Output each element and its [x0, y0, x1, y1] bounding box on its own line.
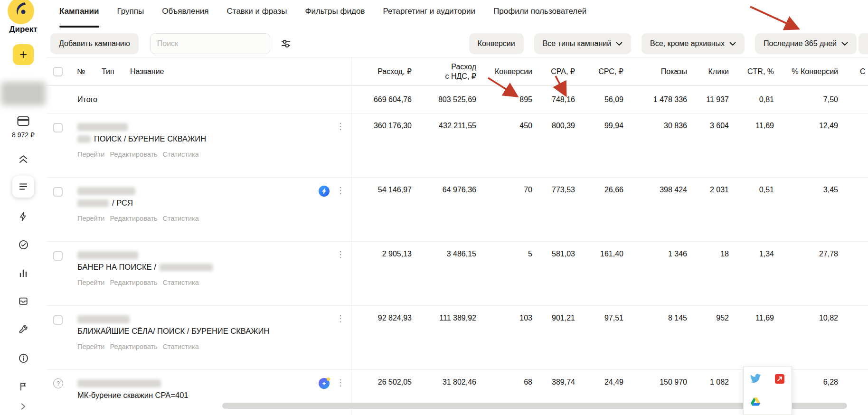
drive-icon[interactable] [751, 397, 760, 408]
bird-icon[interactable] [750, 374, 761, 385]
cell-impressions: 30 836 [624, 113, 688, 177]
balance-amount: 8 972 ₽ [0, 131, 47, 139]
campaign-name-link[interactable]: БЛИЖАЙШИЕ СЁЛА/ ПОИСК / БУРЕНИЕ СКВАЖИН [77, 327, 269, 336]
blurred-name-part [77, 199, 109, 207]
campaign-name-link[interactable]: / РСЯ [112, 198, 133, 208]
direct-logo-icon[interactable] [8, 0, 34, 24]
column-header-impressions[interactable]: Показы [624, 67, 688, 76]
column-header-cut[interactable]: С [839, 67, 868, 76]
info-icon[interactable] [17, 352, 29, 364]
tray-icon[interactable] [17, 295, 29, 307]
cell-ctr: 11,69 [730, 306, 775, 369]
go-link[interactable]: Перейти [77, 279, 104, 286]
cell-clicks: 3 604 [688, 113, 730, 177]
tab-campaigns[interactable]: Кампании [59, 7, 99, 30]
column-header-cpc[interactable]: CPC, ₽ [576, 67, 624, 76]
edit-link[interactable]: Редактировать [110, 215, 157, 222]
red-app-icon[interactable] [775, 374, 784, 384]
edit-link[interactable]: Редактировать [110, 151, 157, 158]
expand-chevron-icon[interactable] [17, 400, 29, 413]
row-menu-icon[interactable]: ⋮ [336, 186, 345, 195]
cell-cut [839, 178, 868, 241]
cut-off-button[interactable] [859, 33, 868, 54]
stats-link[interactable]: Статистика [163, 343, 199, 350]
column-header-cpa[interactable]: CPA, ₽ [533, 67, 576, 76]
tab-user-profiles[interactable]: Профили пользователей [493, 7, 586, 30]
question-circle-icon[interactable]: ? [53, 378, 63, 388]
go-link[interactable]: Перейти [77, 215, 104, 222]
stats-link[interactable]: Статистика [163, 279, 199, 286]
select-all-checkbox[interactable] [53, 67, 63, 76]
tab-feed-filters[interactable]: Фильтры фидов [305, 7, 365, 30]
edit-link[interactable]: Редактировать [110, 279, 157, 286]
edit-link[interactable]: Редактировать [110, 343, 157, 350]
blurred-campaign-id [77, 251, 138, 259]
floating-widget [743, 367, 792, 415]
cell-impressions: 398 424 [624, 178, 688, 241]
balance-widget[interactable]: 8 972 ₽ [0, 116, 47, 139]
cell-cpa: 773,53 [533, 178, 576, 241]
autostrategy-bolt-badge[interactable] [319, 186, 330, 197]
trends-icon[interactable] [17, 153, 29, 165]
campaign-types-dropdown[interactable]: Все типы кампаний [534, 33, 631, 54]
column-header-conversions[interactable]: Конверсии [477, 67, 533, 76]
bar-chart-icon[interactable] [17, 267, 29, 279]
cell-conv-share: 3,45 [775, 178, 839, 241]
wrench-icon[interactable] [17, 324, 29, 336]
blurred-campaign-id [77, 187, 135, 195]
archive-filter-dropdown[interactable]: Все, кроме архивных [642, 33, 745, 54]
column-header-clicks[interactable]: Клики [688, 67, 730, 76]
check-circle-icon[interactable] [17, 238, 29, 251]
cell-cost-vat: 111 389,92 [413, 306, 477, 369]
campaign-row: БАНЕР НА ПОИСКЕ / Перейти Редактировать … [47, 242, 868, 306]
row-checkbox[interactable] [53, 251, 63, 261]
add-campaign-button[interactable]: Добавить кампанию [50, 33, 139, 54]
search-input[interactable] [150, 33, 270, 54]
column-header-conv-share[interactable]: % Конверсий [775, 67, 839, 76]
column-header-ctr[interactable]: CTR, % [730, 67, 775, 76]
row-checkbox[interactable] [53, 123, 63, 132]
row-menu-icon[interactable]: ⋮ [336, 122, 345, 131]
bolt-icon [322, 188, 327, 194]
column-header-name[interactable]: Название [124, 67, 351, 76]
cell-cpc: 99,94 [576, 113, 624, 177]
column-header-num[interactable]: № [71, 67, 96, 76]
add-plus-button[interactable]: + [13, 44, 34, 65]
filter-sliders-button[interactable] [276, 34, 296, 54]
campaigns-nav-icon[interactable] [12, 176, 34, 198]
campaign-name-link[interactable]: МК-бурение скважин CPA=401 [77, 391, 189, 400]
tab-bids[interactable]: Ставки и фразы [227, 7, 287, 30]
master-campaign-badge[interactable]: ✦ [319, 378, 330, 389]
campaign-name-link[interactable]: БАНЕР НА ПОИСКЕ / [77, 263, 156, 272]
column-header-type[interactable]: Тип [96, 67, 124, 76]
cell-cpa: 748,16 [533, 86, 576, 113]
column-header-cost-vat[interactable]: Расход с НДС, ₽ [413, 62, 477, 81]
tab-retargeting[interactable]: Ретаргетинг и аудитории [383, 7, 475, 30]
row-menu-icon[interactable]: ⋮ [336, 314, 345, 323]
row-menu-icon[interactable]: ⋮ [336, 378, 345, 387]
sidebar: Директ + 8 972 ₽ [0, 0, 47, 415]
flag-icon[interactable] [17, 380, 29, 393]
cost-vat-line2: с НДС, ₽ [445, 72, 476, 81]
stats-link[interactable]: Статистика [163, 151, 199, 158]
cell-impressions: 8 145 [624, 306, 688, 369]
main-area: Кампании Группы Объявления Ставки и фраз… [47, 0, 868, 415]
cell-cost-vat: 803 525,69 [413, 86, 477, 113]
go-link[interactable]: Перейти [77, 343, 104, 350]
lightning-icon[interactable] [17, 210, 29, 223]
cell-ctr: 11,69 [730, 113, 775, 177]
go-link[interactable]: Перейти [77, 151, 104, 158]
tab-ads[interactable]: Объявления [162, 7, 208, 30]
conversions-button[interactable]: Конверсии [469, 33, 524, 54]
column-header-cost[interactable]: Расход, ₽ [351, 67, 413, 76]
row-menu-icon[interactable]: ⋮ [336, 250, 345, 259]
tab-groups[interactable]: Группы [117, 7, 144, 30]
sliders-icon [281, 38, 291, 49]
stats-link[interactable]: Статистика [163, 215, 199, 222]
date-range-dropdown[interactable]: Последние 365 дней [755, 33, 857, 54]
cell-conversions: 70 [477, 178, 533, 241]
row-checkbox[interactable] [53, 315, 63, 325]
campaign-name-link[interactable]: ПОИСК / БУРЕНИЕ СКВАЖИН [94, 134, 206, 143]
row-checkbox[interactable] [53, 187, 63, 197]
sparkle-icon: ✦ [321, 380, 326, 387]
